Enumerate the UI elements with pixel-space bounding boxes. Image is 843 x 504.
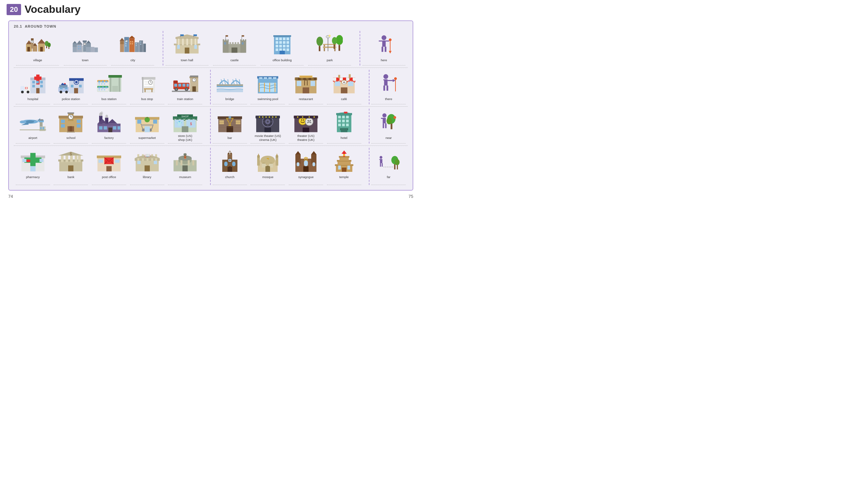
vocab-item-store: 👕 $ SHOP store (US) shop (UK) [166,109,204,144]
vocab-item-bar: bar [211,109,249,144]
svg-rect-482 [265,166,270,172]
vocab-item-bus-stop: bus stop [128,70,166,104]
vocab-label-there: there [385,95,392,103]
svg-rect-238 [217,89,243,92]
svg-rect-36 [80,48,81,49]
svg-rect-59 [132,41,133,42]
vocab-label-temple: temple [339,173,349,181]
svg-rect-12 [31,38,34,40]
vocab-label-train-station: train station [177,95,193,103]
vocab-item-train-station: train station [166,70,204,104]
svg-rect-134 [382,40,385,47]
svg-marker-321 [107,119,117,124]
svg-rect-100 [273,35,291,37]
svg-rect-418 [22,159,26,162]
svg-point-144 [21,91,24,93]
svg-rect-509 [380,163,381,166]
svg-rect-334 [137,120,141,124]
svg-rect-14 [46,47,47,48]
vocab-label-movie-theater: movie theater (US) cinema (UK) [255,134,281,142]
vocab-item-church: church [211,148,249,185]
svg-point-145 [27,91,29,93]
svg-rect-57 [140,44,141,45]
page-header: 20 Vocabulary [0,0,422,19]
svg-rect-247 [264,77,267,79]
svg-rect-270 [335,82,340,86]
svg-point-132 [329,35,330,37]
svg-rect-85 [240,39,242,41]
vocab-label-hospital: hospital [27,95,38,103]
svg-rect-214 [178,84,181,87]
svg-point-128 [332,37,337,44]
svg-rect-325 [118,126,120,130]
svg-point-515 [395,159,400,165]
svg-rect-266 [333,78,336,81]
svg-rect-23 [83,41,86,52]
svg-rect-51 [125,41,126,42]
svg-point-284 [394,77,397,80]
svg-marker-19 [73,41,77,43]
vocab-item-airport: airport [14,109,52,144]
svg-text:☕: ☕ [342,80,346,85]
svg-point-364 [263,121,265,123]
vocab-label-here: here [381,56,387,64]
vocab-item-castle: castle [211,31,258,66]
svg-rect-403 [344,112,347,113]
svg-rect-33 [78,46,79,47]
svg-rect-274 [341,88,347,93]
svg-text:👕: 👕 [177,121,182,126]
svg-rect-73 [177,45,180,49]
svg-rect-186 [98,87,101,88]
svg-point-219 [176,89,177,90]
svg-rect-491 [312,162,315,166]
vocab-label-bus-station: bus station [102,95,116,103]
svg-point-15 [48,43,51,48]
svg-text:$: $ [70,151,72,156]
svg-rect-111 [283,45,286,48]
svg-rect-61 [132,43,133,44]
svg-text:SHOP: SHOP [181,115,189,118]
svg-point-316 [101,112,103,115]
svg-rect-78 [194,35,197,36]
svg-point-370 [269,116,270,118]
vocab-label-castle: castle [231,56,239,64]
svg-rect-312 [67,132,75,133]
svg-rect-457 [188,160,190,165]
svg-rect-32 [94,48,98,52]
vocab-item-post-office: post office [90,148,128,185]
svg-rect-167 [65,88,68,90]
svg-rect-157 [40,85,43,88]
svg-rect-424 [66,156,68,162]
svg-rect-401 [341,128,347,132]
svg-rect-393 [346,116,349,119]
vocab-item-pharmacy: pharmacy [14,148,52,185]
vocab-item-town: town [61,31,109,66]
svg-rect-436 [115,159,120,163]
svg-rect-58 [130,41,131,42]
svg-marker-487 [311,151,317,155]
left-page-number: 74 [8,194,13,199]
svg-rect-248 [268,77,272,79]
svg-rect-29 [86,43,91,47]
svg-rect-68 [186,39,188,46]
svg-rect-163 [64,83,66,84]
vocab-label-theater: theater (US) theatre (UK) [297,134,315,142]
svg-marker-501 [341,150,347,154]
svg-rect-254 [301,78,303,80]
section-label: 20.1 AROUND TOWN [14,24,408,28]
svg-rect-2 [27,47,30,52]
svg-rect-492 [304,160,308,166]
svg-rect-113 [275,48,278,51]
svg-point-377 [301,120,302,121]
svg-rect-91 [237,42,239,44]
vocab-label-pharmacy: pharmacy [26,173,40,181]
vocab-label-church: church [225,173,235,181]
svg-rect-54 [136,43,137,44]
vocab-label-bus-stop: bus stop [141,95,153,103]
svg-rect-194 [108,75,122,76]
svg-rect-311 [70,126,72,132]
vocab-label-office-building: office building [273,56,292,64]
svg-rect-283 [387,86,388,91]
svg-point-277 [383,74,388,79]
svg-rect-49 [139,40,143,52]
